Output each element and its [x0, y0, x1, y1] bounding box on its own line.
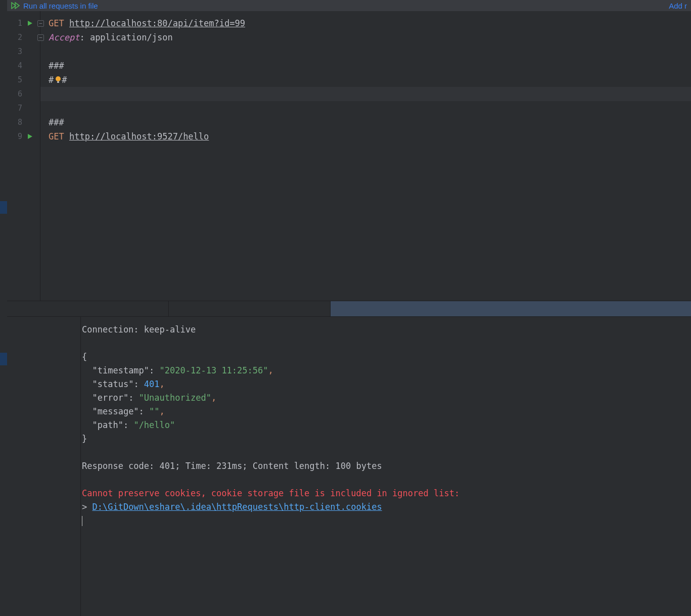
json-value: "Unauthorized" [139, 393, 211, 403]
code-line[interactable]: GET http://localhost:80/api/item?id=99 [49, 16, 691, 30]
json-key: "status" [92, 379, 133, 389]
response-tab-left-spacer [7, 301, 169, 316]
response-summary: Response code: 401; Time: 231ms; Content… [82, 461, 382, 471]
code-line[interactable] [49, 101, 691, 115]
output-line [81, 337, 691, 350]
output-line: "message": "", [81, 405, 691, 418]
output-line: "timestamp": "2020-12-13 11:25:56", [81, 364, 691, 377]
output-line: "status": 401, [81, 377, 691, 391]
code-line[interactable]: ### [49, 115, 691, 129]
cookie-file-link[interactable]: D:\GitDown\eshare\.idea\httpRequests\htt… [92, 502, 382, 512]
line-number: 9 [7, 132, 22, 141]
code-line[interactable]: GET http://localhost:9527/hello [49, 129, 691, 144]
json-comma: , [160, 406, 165, 416]
svg-marker-3 [28, 134, 32, 139]
gutter-line: 3 [7, 44, 40, 59]
caret-line [81, 514, 691, 528]
caret [82, 516, 82, 526]
code-line[interactable]: ## [49, 73, 691, 87]
project-stripe [0, 0, 7, 616]
svg-point-4 [56, 76, 61, 81]
http-method: GET [49, 18, 64, 28]
text: : application/json [79, 32, 172, 42]
json-value: "2020-12-13 11:25:56" [160, 365, 268, 375]
code-line[interactable]: ### [49, 59, 691, 73]
json-value: "/hello" [133, 420, 175, 430]
json-value: "" [149, 406, 159, 416]
response-output[interactable]: Connection: keep-alive { "timestamp": "2… [81, 317, 691, 616]
output-line: Response code: 401; Time: 231ms; Content… [81, 459, 691, 473]
output-line: "path": "/hello" [81, 418, 691, 432]
gutter-line: 1− [7, 16, 40, 30]
output-line: Connection: keep-alive [81, 323, 691, 337]
editor: 1−2−3456789 GET http://localhost:80/api/… [7, 11, 691, 301]
gutter-line: 5 [7, 73, 40, 87]
json-key: "error" [92, 393, 128, 403]
json-key: "message" [92, 406, 139, 416]
response-header: Connection: keep-alive [82, 324, 196, 335]
run-gutter-icon[interactable] [27, 131, 33, 141]
gutter-line: 8 [7, 115, 40, 129]
json-brace: } [82, 434, 87, 444]
response-tab[interactable] [169, 301, 331, 316]
request-separator: # [62, 75, 67, 85]
line-number: 5 [7, 75, 22, 84]
code-line[interactable] [40, 87, 691, 101]
tabbar-filler [331, 301, 691, 316]
gutter-line: 9 [7, 129, 40, 144]
output-line: > D:\GitDown\eshare\.idea\httpRequests\h… [81, 500, 691, 514]
gutter-line: 4 [7, 59, 40, 73]
stripe-marker [0, 353, 7, 365]
line-number: 6 [7, 89, 22, 99]
editor-code[interactable]: GET http://localhost:80/api/item?id=99Ac… [40, 11, 691, 301]
json-key: "path" [92, 420, 123, 430]
request-separator: # [49, 75, 54, 85]
http-header-name: Accept [49, 32, 79, 42]
line-number: 8 [7, 118, 22, 127]
code-line[interactable]: Accept: application/json [49, 30, 691, 44]
json-value: 401 [144, 379, 160, 389]
svg-rect-5 [57, 81, 59, 83]
error-message: Cannot preserve cookies, cookie storage … [82, 488, 459, 498]
line-number: 1 [7, 19, 22, 28]
json-comma: , [211, 393, 216, 403]
http-url[interactable]: http://localhost:80/api/item?id=99 [69, 18, 245, 28]
response-panel: Connection: keep-alive { "timestamp": "2… [7, 317, 691, 616]
stripe-marker [0, 201, 7, 214]
add-request-link[interactable]: Add r [669, 2, 687, 10]
request-separator: ### [49, 61, 64, 71]
gutter-line: 2− [7, 30, 40, 44]
line-number: 2 [7, 33, 22, 42]
run-all-icon[interactable] [11, 2, 20, 9]
output-line [81, 446, 691, 459]
line-number: 7 [7, 104, 22, 113]
gutter-line: 6 [7, 87, 40, 101]
svg-marker-2 [28, 21, 32, 26]
response-tabbar [7, 301, 691, 317]
response-gutter [7, 317, 81, 616]
gutter-line: 7 [7, 101, 40, 115]
json-key: "timestamp" [92, 365, 149, 375]
json-brace: { [82, 352, 87, 362]
json-comma: , [160, 379, 165, 389]
line-number: 4 [7, 61, 22, 70]
request-separator: ### [49, 117, 64, 127]
output-line: { [81, 350, 691, 364]
output-line: } [81, 432, 691, 446]
output-line: "error": "Unauthorized", [81, 391, 691, 405]
json-comma: , [268, 365, 273, 375]
output-line: Cannot preserve cookies, cookie storage … [81, 487, 691, 500]
run-all-link[interactable]: Run all requests in file [23, 2, 98, 10]
output-line [81, 473, 691, 487]
text [64, 18, 69, 28]
line-number: 3 [7, 47, 22, 56]
text [64, 131, 69, 141]
code-line[interactable] [49, 44, 691, 59]
intention-bulb-icon[interactable] [55, 76, 62, 84]
http-method: GET [49, 131, 64, 141]
http-url[interactable]: http://localhost:9527/hello [69, 131, 209, 141]
editor-gutter: 1−2−3456789 [7, 11, 40, 301]
http-toolbar: Run all requests in file Add r [7, 0, 691, 11]
run-gutter-icon[interactable] [27, 18, 33, 28]
